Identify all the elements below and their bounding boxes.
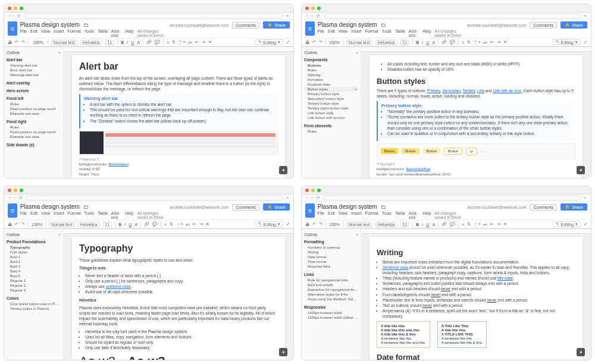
outline-item[interactable]: Time format bbox=[304, 259, 358, 264]
close-dot[interactable] bbox=[8, 7, 11, 10]
outline-item[interactable]: Link button with an icon bbox=[304, 115, 358, 120]
menu-help[interactable]: Help bbox=[125, 29, 133, 37]
outline-heading[interactable]: Responsive bbox=[304, 305, 358, 309]
close-outline-icon[interactable]: × bbox=[356, 51, 358, 55]
outline-item[interactable]: Tertiary button style bbox=[304, 101, 358, 106]
outline-item[interactable]: 1400px browser width bbox=[304, 310, 358, 315]
clear-format-button[interactable]: ✕ bbox=[208, 40, 212, 45]
align-button[interactable]: ≡ bbox=[167, 40, 169, 45]
underline-button[interactable]: U bbox=[131, 40, 134, 45]
url-field[interactable] bbox=[24, 14, 283, 18]
comment-button[interactable]: 💬 bbox=[155, 40, 160, 45]
outline-item[interactable]: Avoid using the WeWork Yellow col... bbox=[304, 297, 358, 302]
outline-item[interactable]: Example use case bbox=[7, 134, 61, 139]
outline-item[interactable]: Numbers & currency bbox=[304, 245, 358, 250]
outline-item[interactable]: Rules bbox=[7, 125, 61, 130]
outline-item[interactable]: Rules bbox=[304, 68, 358, 73]
menu-view[interactable]: View bbox=[41, 29, 50, 37]
outline-section[interactable]: Components bbox=[304, 58, 358, 62]
outline-item[interactable]: Regular 1 bbox=[7, 278, 61, 283]
outline-item[interactable]: Bold 2 bbox=[7, 259, 61, 264]
folder-icon[interactable]: 🗀 bbox=[83, 22, 89, 28]
undo-icon[interactable]: ↶ bbox=[15, 40, 18, 45]
outline-item[interactable]: Secondary button style bbox=[304, 96, 358, 101]
doc-title[interactable]: Plasma design system bbox=[20, 21, 80, 28]
outline-heading[interactable]: Buttons bbox=[304, 63, 358, 68]
outline-item[interactable]: Tertiary colors in Plasma bbox=[7, 306, 61, 311]
back-icon[interactable]: ‹ bbox=[9, 14, 10, 18]
outline-item[interactable]: Fixed position on page scroll bbox=[7, 106, 61, 111]
outline-item[interactable]: Core brand colors used in Plasma bbox=[7, 302, 61, 306]
menu-format[interactable]: Format bbox=[68, 29, 81, 37]
outline-item[interactable]: Disabled state bbox=[304, 82, 358, 87]
docs-app-icon[interactable]: ≡ bbox=[8, 21, 17, 36]
outline-item[interactable]: Bold 5 bbox=[7, 274, 61, 278]
outline-item[interactable]: Bold 1 bbox=[7, 255, 61, 259]
explore-button[interactable]: ✦ bbox=[577, 348, 585, 356]
outline-item[interactable]: Alternative styles for links bbox=[304, 292, 358, 297]
outline-heading[interactable]: Hero screen bbox=[7, 89, 61, 93]
maximize-dot[interactable] bbox=[317, 7, 321, 10]
close-icon[interactable]: × bbox=[355, 87, 357, 91]
explore-button[interactable]: ✦ bbox=[279, 348, 287, 356]
print-icon[interactable]: 🖶 bbox=[8, 40, 12, 45]
bullet-button[interactable]: •≡ bbox=[188, 40, 192, 45]
outline-heading[interactable]: Links bbox=[304, 272, 358, 277]
outline-item[interactable]: Font styles bbox=[7, 250, 61, 255]
explore-button[interactable]: ✦ bbox=[577, 166, 585, 174]
outline-item[interactable]: Rules bbox=[304, 129, 358, 134]
comments-button[interactable]: Comments bbox=[232, 22, 259, 29]
list-button[interactable]: ⋮≡ bbox=[178, 40, 185, 45]
outline-item[interactable]: Bold font weight bbox=[304, 283, 358, 287]
expand-icon[interactable]: ⤢ bbox=[286, 40, 290, 45]
outline-item[interactable]: Exemption for navigational link rule bbox=[304, 287, 358, 292]
outline-heading[interactable]: Fixed right bbox=[7, 120, 61, 124]
menu-tools[interactable]: Tools bbox=[84, 29, 94, 37]
menu-icon[interactable]: ≡ bbox=[286, 14, 289, 18]
outline-heading[interactable]: Form elements bbox=[304, 124, 358, 128]
outline-item[interactable]: Rule for navigational links bbox=[304, 278, 358, 283]
minimize-dot[interactable] bbox=[311, 7, 315, 10]
zoom-select[interactable]: 100% bbox=[32, 40, 45, 45]
outline-item[interactable]: 1200px browser width (tablet landscape) bbox=[304, 315, 358, 320]
fwd-icon[interactable]: › bbox=[12, 14, 13, 18]
explore-button[interactable]: ✦ bbox=[279, 166, 287, 174]
menu-edit[interactable]: Edit bbox=[30, 29, 37, 37]
outline-item[interactable]: Regular 3 bbox=[7, 288, 61, 293]
outline-heading[interactable]: Alert bar bbox=[7, 58, 61, 62]
maximize-dot[interactable] bbox=[20, 7, 23, 10]
outline-item[interactable]: Tertiary (light) button style bbox=[304, 106, 358, 111]
outline-section[interactable]: Formatting bbox=[304, 240, 358, 244]
folder-icon[interactable]: 🗀 bbox=[381, 22, 386, 28]
share-button[interactable]: 🔒Share bbox=[263, 21, 290, 29]
outline-heading[interactable]: Side drawer (s) bbox=[7, 143, 61, 147]
ruler[interactable] bbox=[361, 47, 591, 52]
outline-item[interactable]: Date format bbox=[304, 255, 358, 259]
docs-app-icon[interactable]: ≡ bbox=[305, 21, 315, 36]
outline-section[interactable]: Product Foundations bbox=[7, 240, 61, 244]
menu-file[interactable]: File bbox=[20, 29, 27, 37]
close-dot[interactable] bbox=[305, 7, 309, 10]
outline-item[interactable]: Spacing bbox=[304, 73, 358, 77]
outline-heading[interactable]: Fixed left bbox=[7, 96, 61, 101]
linespace-button[interactable]: ⇅ bbox=[172, 40, 176, 45]
outline-item[interactable]: Example use case bbox=[7, 111, 61, 116]
outline-item[interactable]: Rules bbox=[7, 102, 61, 106]
outline-item[interactable]: Bold 4 bbox=[7, 269, 61, 274]
outline-item[interactable]: Warning alert bar bbox=[7, 63, 61, 68]
mode-select[interactable]: ✎Editing▾ bbox=[255, 39, 283, 45]
outline-item[interactable]: Required field bbox=[304, 264, 358, 269]
outline-item[interactable]: Primary button style bbox=[304, 92, 358, 96]
account-email[interactable]: andrew.couldwell@wework.com bbox=[170, 23, 228, 27]
outline-item[interactable]: Bold 3 bbox=[7, 264, 61, 269]
outdent-button[interactable]: ⇤ bbox=[195, 40, 199, 45]
menu-insert[interactable]: Insert bbox=[54, 29, 64, 37]
style-select[interactable]: Normal text bbox=[51, 40, 77, 45]
font-select[interactable]: Helvetica bbox=[80, 40, 102, 45]
italic-button[interactable]: I bbox=[127, 40, 128, 45]
minimize-dot[interactable] bbox=[14, 7, 17, 10]
outline-item-selected[interactable]: Button styles× bbox=[304, 87, 358, 92]
outline-heading[interactable]: Alert overlay bbox=[7, 81, 61, 85]
outline-item[interactable]: Regular 2 bbox=[7, 283, 61, 288]
outline-item[interactable]: Link button style bbox=[304, 111, 358, 115]
